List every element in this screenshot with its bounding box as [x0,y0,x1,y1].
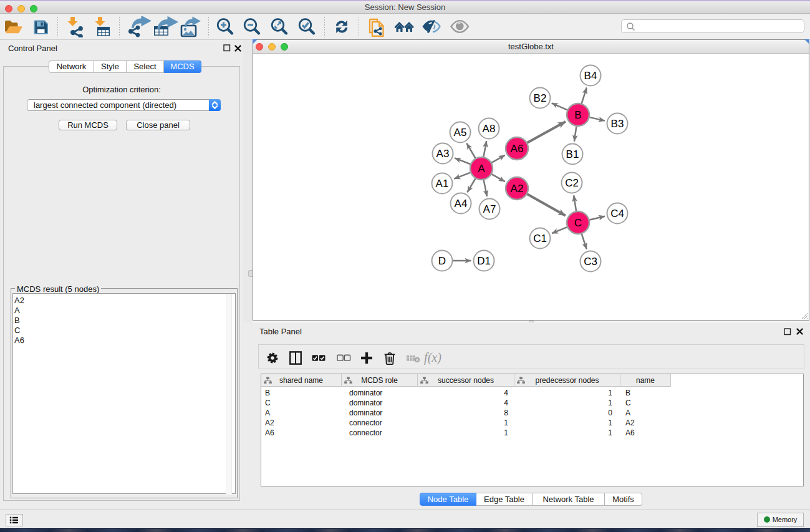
svg-text:B2: B2 [534,92,547,104]
svg-text:C2: C2 [565,177,579,189]
svg-text:B4: B4 [584,70,597,82]
svg-text:B1: B1 [566,148,579,160]
svg-text:C4: C4 [610,208,624,220]
svg-text:A3: A3 [436,148,450,160]
svg-text:f(x): f(x) [424,351,441,365]
svg-text:A8: A8 [483,123,496,135]
svg-text:A7: A7 [483,203,496,215]
svg-text:C3: C3 [584,256,597,268]
svg-text:D1: D1 [477,255,491,267]
svg-text:A5: A5 [454,127,467,138]
svg-text:C: C [574,217,582,229]
svg-text:C1: C1 [533,233,547,244]
svg-text:A1: A1 [436,178,449,190]
svg-text:B3: B3 [611,118,624,130]
svg-text:A2: A2 [511,183,524,195]
svg-text:D: D [438,255,446,267]
svg-text:B: B [574,109,581,121]
svg-text:A6: A6 [511,143,524,155]
svg-text:A: A [478,163,485,175]
svg-text:A4: A4 [455,198,468,210]
